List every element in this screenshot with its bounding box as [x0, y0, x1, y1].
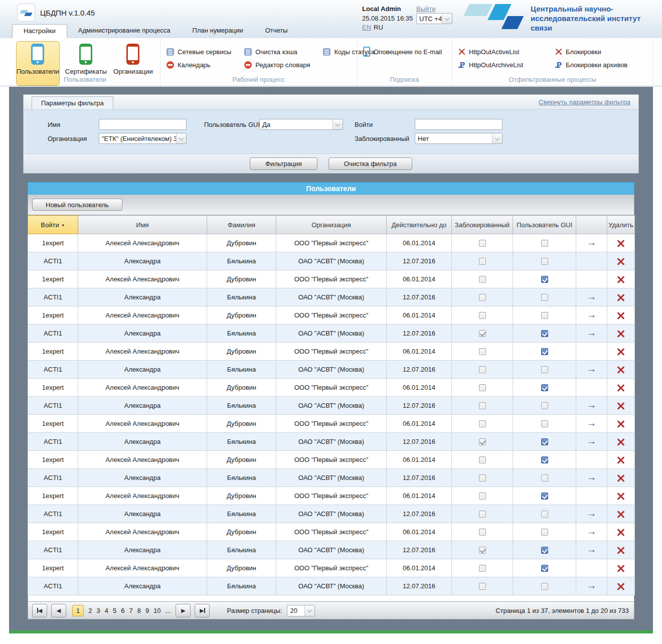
blocked-checkbox-checked[interactable] [479, 330, 486, 337]
delete-icon[interactable] [617, 493, 624, 500]
clear-filter-button[interactable]: Очистка фильтра [328, 157, 412, 170]
tab-process-administration[interactable]: Администрирование процесса [67, 24, 182, 38]
page-number[interactable]: 8 [137, 607, 141, 614]
open-arrow-icon[interactable]: → [587, 309, 597, 320]
logout-link[interactable]: Выйти [416, 5, 436, 13]
gui-checkbox-checked[interactable] [541, 348, 548, 355]
delete-icon[interactable] [617, 348, 624, 355]
open-arrow-icon[interactable]: → [587, 417, 597, 428]
next-page-button[interactable]: ▶ [176, 604, 191, 617]
blocked-checkbox[interactable] [479, 420, 486, 427]
gui-checkbox[interactable] [541, 240, 548, 247]
page-number[interactable]: 2 [88, 607, 92, 614]
login-input[interactable] [415, 119, 503, 130]
gui-checkbox[interactable] [541, 312, 548, 319]
blocked-checkbox[interactable] [479, 456, 486, 463]
delete-icon[interactable] [617, 583, 624, 590]
name-input[interactable] [99, 119, 187, 130]
open-arrow-icon[interactable]: → [587, 327, 597, 338]
blocked-checkbox[interactable] [479, 402, 486, 409]
tab-numbering-plan[interactable]: План нумерации [182, 24, 254, 38]
ribbon-item-network-services[interactable]: Сетевые сервисы [167, 45, 231, 58]
open-arrow-icon[interactable]: → [587, 508, 597, 519]
gui-checkbox[interactable] [541, 583, 548, 590]
delete-icon[interactable] [617, 294, 624, 301]
page-number[interactable]: 3 [96, 607, 100, 614]
gui-checkbox[interactable] [541, 402, 548, 409]
column-header-valid-until[interactable]: Действительно до [387, 216, 452, 234]
delete-icon[interactable] [617, 312, 624, 319]
tab-settings[interactable]: Настройки [12, 24, 67, 38]
tab-reports[interactable]: Отчеты [254, 24, 299, 38]
column-header-gui-user[interactable]: Пользователь GUI [513, 216, 576, 234]
page-number[interactable]: 9 [145, 607, 149, 614]
delete-icon[interactable] [617, 474, 624, 481]
blocked-checkbox[interactable] [479, 348, 486, 355]
ribbon-item-httpoutarchivelist[interactable]: PHttpOutArchiveList [458, 58, 542, 71]
timezone-select[interactable]: UTC +4 [416, 13, 452, 24]
open-arrow-icon[interactable]: → [587, 237, 597, 248]
delete-icon[interactable] [617, 402, 624, 409]
gui-checkbox[interactable] [541, 294, 548, 301]
gui-checkbox[interactable] [541, 529, 548, 536]
ribbon-item-blocks[interactable]: Блокировки [555, 45, 646, 58]
delete-icon[interactable] [617, 565, 624, 572]
page-size-select[interactable]: 20 [287, 605, 315, 616]
delete-icon[interactable] [617, 330, 624, 337]
delete-icon[interactable] [617, 258, 624, 265]
column-header-last-name[interactable]: Фамилия [207, 216, 276, 234]
delete-icon[interactable] [617, 240, 624, 247]
blocked-checkbox[interactable] [479, 474, 486, 481]
delete-icon[interactable] [617, 366, 624, 373]
column-header-first-name[interactable]: Имя [78, 216, 207, 234]
column-header-blocked[interactable]: Заблокированный [452, 216, 513, 234]
blocked-checkbox[interactable] [479, 312, 486, 319]
page-number[interactable]: 4 [105, 607, 108, 614]
blocked-checkbox[interactable] [479, 529, 486, 536]
ribbon-item-clear-cache[interactable]: Очистка кэша [244, 45, 310, 58]
page-number[interactable]: 6 [121, 607, 124, 614]
blocked-checkbox[interactable] [479, 511, 486, 518]
blocked-checkbox[interactable] [479, 294, 486, 301]
gui-checkbox-checked[interactable] [541, 547, 548, 554]
blocked-checkbox[interactable] [479, 583, 486, 590]
open-arrow-icon[interactable]: → [587, 471, 597, 482]
blocked-checkbox-checked[interactable] [479, 547, 486, 554]
blocked-checkbox[interactable] [479, 240, 486, 247]
organization-select[interactable]: "ЕТК" (Енисейтелеком) ЗАО [99, 133, 187, 144]
open-arrow-icon[interactable]: → [587, 580, 597, 591]
blocked-checkbox[interactable] [479, 384, 486, 391]
delete-icon[interactable] [617, 547, 624, 554]
gui-user-select[interactable]: Да [259, 119, 343, 130]
new-user-button[interactable]: Новый пользователь [32, 199, 122, 211]
blocked-checkbox-checked[interactable] [479, 438, 486, 445]
blocked-checkbox[interactable] [479, 493, 486, 500]
column-header-organization[interactable]: Организация [276, 216, 387, 234]
previous-page-button[interactable]: ◀ [51, 604, 66, 617]
collapse-filter-link[interactable]: Свернуть параметры фильтра [539, 98, 630, 106]
gui-checkbox[interactable] [541, 511, 548, 518]
filter-button[interactable]: Фильтрация [250, 157, 317, 170]
tab-filter-parameters[interactable]: Параметры фильтра [32, 96, 113, 109]
page-number[interactable]: 7 [129, 607, 132, 614]
ribbon-item-httpoutactivelist[interactable]: HttpOutActiveList [458, 45, 542, 58]
delete-icon[interactable] [617, 438, 624, 445]
gui-checkbox-checked[interactable] [541, 438, 548, 445]
blocked-checkbox[interactable] [479, 258, 486, 265]
gui-checkbox-checked[interactable] [541, 456, 548, 463]
delete-icon[interactable] [617, 456, 624, 463]
gui-checkbox-checked[interactable] [541, 565, 548, 572]
gui-checkbox-checked[interactable] [541, 384, 548, 391]
delete-icon[interactable] [617, 511, 624, 518]
open-arrow-icon[interactable]: → [587, 291, 597, 302]
open-arrow-icon[interactable]: → [587, 544, 597, 555]
gui-checkbox[interactable] [541, 258, 548, 265]
gui-checkbox-checked[interactable] [541, 330, 548, 337]
gui-checkbox[interactable] [541, 366, 548, 373]
blocked-select[interactable]: Нет [415, 133, 503, 144]
open-arrow-icon[interactable]: → [587, 435, 597, 446]
delete-icon[interactable] [617, 420, 624, 427]
last-page-button[interactable]: ▶ [195, 604, 210, 617]
gui-checkbox[interactable] [541, 420, 548, 427]
ribbon-item-calendar[interactable]: Календарь [167, 58, 231, 71]
